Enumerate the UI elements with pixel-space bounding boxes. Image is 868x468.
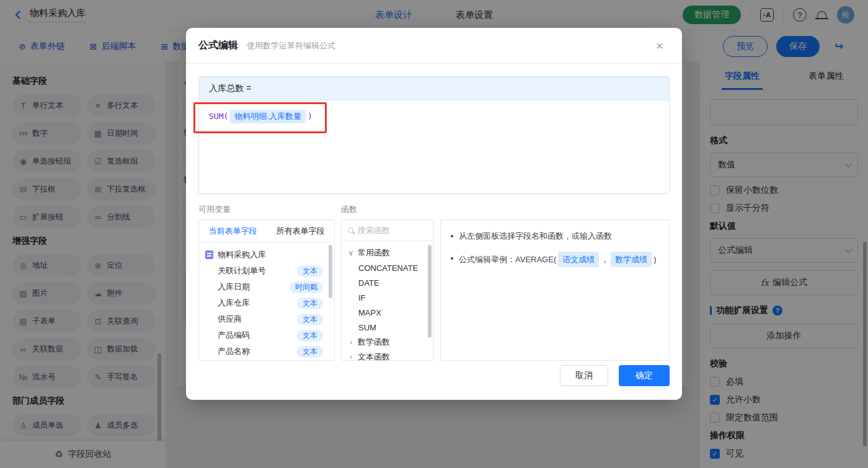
variable-row[interactable]: 入库日期 时间戳 (204, 279, 329, 295)
variable-type-badge: 文本 (297, 298, 323, 309)
example-chip-2: 数学成绩 (611, 252, 652, 267)
variable-row[interactable]: 产品名称 文本 (204, 343, 329, 360)
modal-subtitle: 使用数学运算符编辑公式 (247, 40, 335, 51)
formula-function-name: SUM( (209, 112, 228, 121)
formula-editor-box[interactable]: 入库总数 = SUM(物料明细.入库数量) (198, 76, 670, 194)
field-chip[interactable]: 物料明细.入库数量 (230, 110, 306, 123)
functions-scrollbar[interactable] (428, 245, 432, 338)
cancel-button[interactable]: 取消 (560, 365, 608, 386)
formula-target-bar: 入库总数 = (199, 77, 669, 100)
variable-row[interactable]: 关联计划单号 文本 (204, 263, 329, 279)
app-root: 物料采购入库 表单设计 表单设置 数据管理 ≡A ? 检 ⊘ 表单外链 (0, 0, 868, 468)
example-close: ) (653, 255, 656, 264)
variables-scrollbar[interactable] (329, 245, 332, 298)
tab-current-form-fields[interactable]: 当前表单字段 (199, 220, 267, 242)
form-icon (205, 250, 213, 259)
variable-type-badge: 文本 (297, 314, 323, 325)
functions-tree: ∨ 常用函数 CONCATENATE DATE IF (342, 241, 433, 361)
variable-type-badge: 文本 (297, 265, 323, 277)
variable-name: 产品名称 (218, 346, 250, 357)
function-group-collapsed[interactable]: › 数学函数 (348, 335, 427, 350)
panels-row: 当前表单字段 所有表单字段 物料采购入库 关联计划单号 (198, 219, 670, 361)
variable-type-badge: 时间戳 (290, 281, 323, 293)
formula-editor-modal: 公式编辑 使用数学运算符编辑公式 × 入库总数 = SUM(物料明细.入库数量)… (186, 28, 682, 400)
modal-body: 入库总数 = SUM(物料明细.入库数量) 可用变量 函数 当前表单字段 所有表… (186, 64, 682, 361)
example-prefix: 公式编辑举例：AVERAGE( (459, 255, 556, 264)
variable-name: 产品编码 (218, 330, 250, 341)
function-item[interactable]: DATE (348, 275, 427, 290)
function-group-label: 常用函数 (358, 247, 390, 258)
function-item[interactable]: MAPX (348, 305, 427, 320)
function-group-collapsed[interactable]: › 文本函数 (348, 350, 427, 361)
function-group-label: 文本函数 (358, 351, 390, 361)
form-node[interactable]: 物料采购入库 (204, 247, 329, 263)
variable-row[interactable]: 入库仓库 文本 (204, 295, 329, 311)
variables-tree: 物料采购入库 关联计划单号 文本 入库日期 (199, 242, 334, 361)
function-search[interactable]: 搜索函数 (342, 220, 433, 241)
function-items: CONCATENATE DATE IF MAPX SUM (348, 260, 427, 335)
modal-header: 公式编辑 使用数学运算符编辑公式 × (186, 28, 682, 64)
chevron-down-icon: ∨ (348, 249, 354, 257)
search-placeholder: 搜索函数 (358, 225, 390, 236)
functions-label: 函数 (341, 204, 357, 215)
help-tip-2: 公式编辑举例：AVERAGE(语文成绩，数学成绩) (451, 252, 659, 267)
confirm-button[interactable]: 确定 (619, 365, 670, 386)
modal-footer: 取消 确定 (560, 365, 670, 386)
variable-name: 供应商 (218, 314, 242, 325)
variables-panel: 当前表单字段 所有表单字段 物料采购入库 关联计划单号 (198, 219, 335, 361)
tab-all-form-fields[interactable]: 所有表单字段 (267, 220, 334, 242)
variable-rows: 关联计划单号 文本 入库日期 时间戳 入库仓库 (204, 263, 329, 360)
bullet-dot (451, 257, 453, 260)
help-tip-example: 公式编辑举例：AVERAGE(语文成绩，数学成绩) (459, 252, 657, 267)
example-chip-1: 语文成绩 (558, 252, 599, 267)
formula-expression[interactable]: SUM(物料明细.入库数量) (199, 100, 669, 133)
formula-close-paren: ) (308, 112, 312, 121)
function-item[interactable]: CONCATENATE (348, 260, 427, 275)
variable-row[interactable]: 产品编码 文本 (204, 327, 329, 343)
chevron-right-icon: › (348, 338, 354, 347)
variable-name: 入库仓库 (218, 298, 250, 309)
function-groups-collapsed: › 数学函数 › 文本函数 (348, 335, 427, 361)
variable-row[interactable]: 供应商 文本 (204, 311, 329, 327)
help-tip-text: 从左侧面板选择字段名和函数，或输入函数 (459, 229, 612, 242)
function-item[interactable]: SUM (348, 320, 427, 335)
function-group-label: 数学函数 (358, 337, 390, 348)
variable-name: 关联计划单号 (218, 265, 266, 276)
variables-tabs: 当前表单字段 所有表单字段 (199, 220, 334, 242)
chevron-right-icon: › (348, 353, 354, 361)
example-comma: ， (601, 255, 609, 264)
function-item[interactable]: IF (348, 290, 427, 305)
variables-label: 可用变量 (198, 204, 341, 215)
functions-panel: 搜索函数 ∨ 常用函数 CONCATENATE DATE (341, 219, 434, 361)
help-tip-1: 从左侧面板选择字段名和函数，或输入函数 (451, 229, 659, 242)
modal-title: 公式编辑 (198, 39, 238, 52)
variable-name: 入库日期 (218, 281, 250, 293)
form-node-label: 物料采购入库 (218, 249, 266, 260)
variable-type-badge: 文本 (297, 346, 323, 358)
bullet-dot (451, 235, 453, 237)
function-group-common[interactable]: ∨ 常用函数 (348, 245, 427, 260)
help-panel: 从左侧面板选择字段名和函数，或输入函数 公式编辑举例：AVERAGE(语文成绩，… (440, 219, 670, 361)
variable-type-badge: 文本 (297, 330, 323, 342)
panel-labels: 可用变量 函数 (198, 204, 670, 215)
search-icon (348, 227, 353, 233)
close-icon[interactable]: × (656, 39, 663, 52)
